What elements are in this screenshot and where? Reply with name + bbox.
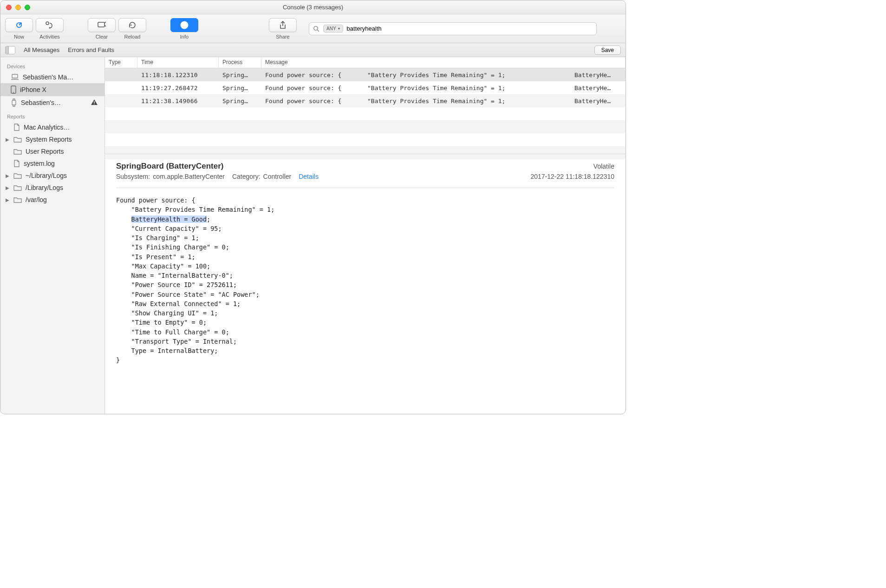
sidebar-item-label: /var/log xyxy=(26,196,47,203)
column-time[interactable]: Time xyxy=(137,57,219,68)
sidebar-item-label: /Library/Logs xyxy=(26,184,63,191)
sidebar-toggle-button[interactable] xyxy=(5,46,15,54)
detail-subsystem: com.apple.BatteryCenter xyxy=(153,173,225,180)
reload-label: Reload xyxy=(124,34,141,39)
reload-icon xyxy=(128,21,137,29)
activities-button[interactable] xyxy=(36,18,64,32)
disclosure-triangle-icon[interactable]: ▶ xyxy=(5,185,10,190)
cell-process: Spring… xyxy=(219,85,261,91)
log-row[interactable]: 11:19:27.268472Spring…Found power source… xyxy=(105,81,625,94)
table-header: Type Time Process Message xyxy=(105,57,625,68)
sidebar-item-label: User Reports xyxy=(26,148,64,155)
detail-volatile: Volatile xyxy=(593,163,614,170)
detail-timestamp: 2017-12-22 11:18:18.122310 xyxy=(530,173,614,180)
disclosure-triangle-icon[interactable]: ▶ xyxy=(5,137,10,142)
save-button[interactable]: Save xyxy=(594,46,621,55)
folder-icon xyxy=(13,172,22,179)
detail-code[interactable]: Found power source: { "Battery Provides … xyxy=(116,196,614,365)
phone-icon xyxy=(11,85,16,94)
column-process[interactable]: Process xyxy=(219,57,261,68)
cell-message: "Battery Provides Time Remaining" = 1; xyxy=(364,98,571,105)
window-close-button[interactable] xyxy=(6,5,12,10)
search-field[interactable]: ANY xyxy=(309,22,597,35)
svg-rect-7 xyxy=(184,24,185,27)
column-type[interactable]: Type xyxy=(105,57,137,68)
svg-rect-9 xyxy=(12,74,18,78)
cell-message: "Battery Provides Time Remaining" = 1; xyxy=(364,85,571,91)
cell-message: Found power source: { xyxy=(261,72,364,78)
file-icon xyxy=(13,124,20,131)
column-message[interactable]: Message xyxy=(261,57,625,68)
folder-icon xyxy=(13,136,22,143)
svg-rect-14 xyxy=(94,104,94,105)
clear-button[interactable] xyxy=(88,18,116,32)
search-scope-pill[interactable]: ANY xyxy=(323,25,343,33)
empty-row xyxy=(105,133,625,146)
sidebar-report-item[interactable]: Mac Analytics… xyxy=(0,121,104,133)
window-title: Console (3 messages) xyxy=(0,4,625,11)
file-icon xyxy=(13,160,20,167)
filter-all-messages[interactable]: All Messages xyxy=(24,46,59,53)
disclosure-triangle-icon[interactable]: ▶ xyxy=(5,173,10,178)
cell-time: 11:21:38.149066 xyxy=(137,98,219,105)
sidebar-report-item[interactable]: User Reports xyxy=(0,145,104,157)
info-button[interactable] xyxy=(170,18,198,32)
search-input[interactable] xyxy=(347,25,593,32)
cell-message: Found power source: { xyxy=(261,98,364,105)
sidebar-report-item[interactable]: ▶/Library/Logs xyxy=(0,182,104,194)
svg-point-3 xyxy=(49,27,51,28)
sidebar-report-item[interactable]: ▶/var/log xyxy=(0,194,104,206)
sidebar-device-item[interactable]: Sebastien's Ma… xyxy=(0,71,104,83)
log-row[interactable]: 11:18:18.122310Spring…Found power source… xyxy=(105,68,625,81)
detail-category-label: Category: xyxy=(232,173,261,180)
sidebar-report-item[interactable]: ▶System Reports xyxy=(0,133,104,145)
sidebar-device-item[interactable]: iPhone X xyxy=(0,83,104,96)
cell-message: BatteryHe… xyxy=(571,98,625,105)
cell-message: BatteryHe… xyxy=(571,85,625,91)
svg-point-8 xyxy=(314,26,318,30)
empty-row xyxy=(105,120,625,133)
svg-point-6 xyxy=(184,22,185,24)
titlebar: Console (3 messages) xyxy=(0,0,625,14)
share-button[interactable] xyxy=(269,18,297,32)
detail-subsystem-label: Subsystem: xyxy=(116,173,150,180)
window-minimize-button[interactable] xyxy=(15,5,21,10)
sidebar-item-label: Sebastien's Ma… xyxy=(23,73,73,81)
cell-process: Spring… xyxy=(219,98,261,105)
filter-errors-faults[interactable]: Errors and Faults xyxy=(68,46,114,53)
code-post: ; "Current Capacity" = 95; "Is Charging"… xyxy=(116,216,260,364)
sidebar-item-label: Sebastien's… xyxy=(21,99,61,106)
cell-time: 11:19:27.268472 xyxy=(137,85,219,91)
watch-icon xyxy=(11,98,17,107)
detail-pane: SpringBoard (BatteryCenter) Volatile Sub… xyxy=(105,154,625,414)
folder-icon xyxy=(13,196,22,203)
now-button[interactable] xyxy=(5,18,33,32)
info-icon xyxy=(180,21,189,29)
share-label: Share xyxy=(276,34,289,39)
sidebar-header-devices: Devices xyxy=(0,59,104,71)
reload-button[interactable] xyxy=(118,18,146,32)
disclosure-triangle-icon[interactable]: ▶ xyxy=(5,197,10,203)
clear-icon xyxy=(97,21,106,29)
content: Type Time Process Message 11:18:18.12231… xyxy=(105,57,625,414)
sidebar-report-item[interactable]: system.log xyxy=(0,157,104,170)
svg-rect-12 xyxy=(12,100,16,105)
sidebar-device-item[interactable]: Sebastien's… xyxy=(0,96,104,109)
sidebar-header-reports: Reports xyxy=(0,109,104,121)
sidebar-item-label: System Reports xyxy=(26,136,72,143)
cell-time: 11:18:18.122310 xyxy=(137,72,219,78)
detail-title: SpringBoard (BatteryCenter) xyxy=(116,162,223,171)
cell-message: "Battery Provides Time Remaining" = 1; xyxy=(364,72,571,78)
cell-process: Spring… xyxy=(219,72,261,78)
detail-details-link[interactable]: Details xyxy=(299,173,319,180)
code-highlight: BatteryHealth = Good xyxy=(131,216,207,223)
log-row[interactable]: 11:21:38.149066Spring…Found power source… xyxy=(105,94,625,107)
detail-category: Controller xyxy=(263,173,292,180)
sidebar-report-item[interactable]: ▶~/Library/Logs xyxy=(0,170,104,182)
svg-point-11 xyxy=(13,92,14,93)
warning-icon xyxy=(91,99,98,107)
sidebar-item-label: iPhone X xyxy=(20,86,46,93)
folder-icon xyxy=(13,148,22,155)
search-icon xyxy=(313,26,319,32)
window-zoom-button[interactable] xyxy=(25,5,30,10)
